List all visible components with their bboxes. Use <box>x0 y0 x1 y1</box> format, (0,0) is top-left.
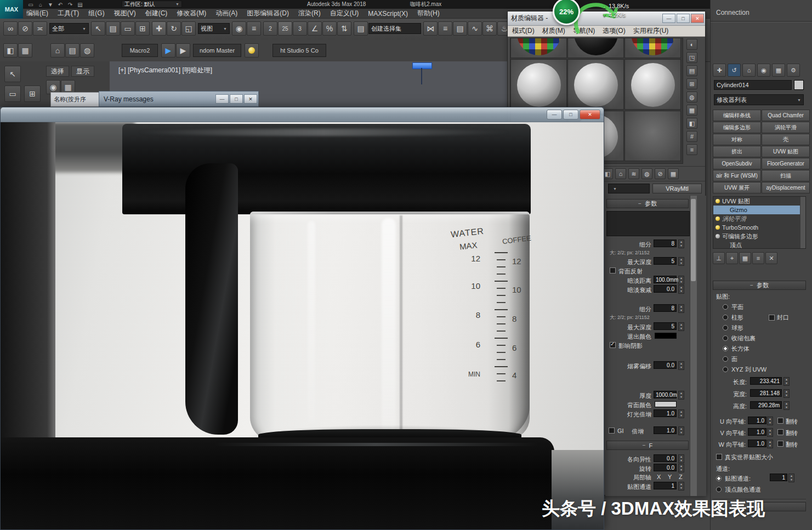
stack-item-turbosmooth[interactable]: TurboSmooth <box>713 223 800 232</box>
modbtn-turbosmooth-cn[interactable]: 涡轮平滑 <box>762 122 810 133</box>
modbtn-extrude[interactable]: 挤出 <box>713 146 761 157</box>
affect-shadows-checkbox[interactable] <box>610 342 616 348</box>
params-scrollbar-thumb[interactable] <box>691 199 696 281</box>
modifier-on-icon[interactable] <box>716 216 720 221</box>
radio-face-label[interactable]: 面 <box>731 355 737 363</box>
select-manipulate-icon[interactable]: ≡ <box>247 21 261 36</box>
sphere-icon[interactable]: ◍ <box>80 43 94 58</box>
modbtn-vraydisplacement[interactable]: ayDisplacement <box>762 182 810 193</box>
modbtn-opensubdiv[interactable]: OpenSubdiv <box>713 158 761 169</box>
u-flip-checkbox[interactable] <box>777 418 783 424</box>
axis-x[interactable]: X <box>657 474 661 480</box>
video-color-check-icon[interactable]: ◍ <box>686 92 697 102</box>
layer-manager-icon[interactable]: ▤ <box>453 21 467 36</box>
max-depth-spinner[interactable] <box>678 257 684 266</box>
thickness-spinner[interactable] <box>678 391 684 400</box>
back-color-swatch[interactable] <box>655 401 677 407</box>
radio-shrink-wrap[interactable] <box>723 335 728 341</box>
play-icon[interactable]: ▶ <box>176 43 190 58</box>
height-value[interactable]: 290.28m <box>750 401 782 409</box>
modifier-on-icon[interactable] <box>716 199 720 203</box>
radio-cylindrical[interactable] <box>723 315 728 320</box>
list-icon[interactable]: ▤ <box>65 43 80 58</box>
fog-bias-spinner[interactable] <box>678 361 684 370</box>
stack-item-vertex[interactable]: 顶点 <box>713 241 800 249</box>
rotate-icon[interactable]: ↻ <box>167 21 181 36</box>
vray-close-button[interactable]: ✕ <box>244 94 257 104</box>
width-spinner[interactable] <box>783 389 790 398</box>
light-mult-value[interactable]: 1.0 <box>654 409 677 417</box>
thickness-value[interactable]: 1000.0m <box>654 391 677 398</box>
radio-map-channel[interactable] <box>716 476 722 481</box>
scene-icon[interactable]: ⌂ <box>50 43 65 58</box>
material-slot[interactable] <box>510 59 567 110</box>
radio-cylindrical-label[interactable]: 柱形 <box>731 314 743 322</box>
project-icon[interactable]: ▤ <box>76 1 84 8</box>
anisotropy-value[interactable]: 0.0 <box>654 454 677 462</box>
menu-modes[interactable]: 模式(D) <box>512 26 535 36</box>
radio-xyz-to-uvw-label[interactable]: XYZ 到 UVW <box>731 366 766 374</box>
menu-tools[interactable]: 工具(T) <box>58 9 79 18</box>
edit-named-selection-icon[interactable]: ▤ <box>354 21 368 36</box>
radio-box[interactable] <box>723 346 728 351</box>
macro2-button[interactable]: Macro2 <box>122 44 158 57</box>
params-rollout[interactable]: 参数 <box>606 199 689 208</box>
tiling-icon[interactable]: ⊞ <box>686 78 697 89</box>
modify-tab-icon[interactable]: ↺ <box>728 64 741 77</box>
menu-help[interactable]: 帮助(H) <box>417 9 440 18</box>
material-slot[interactable] <box>624 38 681 58</box>
render-close-button[interactable]: ✕ <box>580 110 600 119</box>
pick-material-icon[interactable]: ▦ <box>668 168 679 179</box>
menu-create[interactable]: 创建(C) <box>145 9 168 18</box>
object-name-field[interactable] <box>714 80 792 90</box>
scale-icon[interactable]: ◱ <box>181 21 196 36</box>
show-end-result-icon[interactable]: ⌂ <box>615 168 626 179</box>
radio-spherical-label[interactable]: 球形 <box>731 324 743 332</box>
material-type-button[interactable]: VRayMtl <box>652 184 702 193</box>
uvw-params-rollout[interactable]: 参数 <box>713 281 806 290</box>
modbtn-quad-chamfer[interactable]: Quad Chamfer <box>762 110 810 121</box>
u-tile-spinner[interactable] <box>767 417 773 425</box>
move-icon[interactable]: ✚ <box>152 21 166 36</box>
exit-color-swatch[interactable] <box>655 333 677 339</box>
back-reflect-checkbox[interactable] <box>610 267 616 273</box>
schematic-node[interactable] <box>412 62 432 69</box>
axis-z[interactable]: Z <box>679 474 683 480</box>
stack-item-editable-poly[interactable]: 可编辑多边形 <box>713 232 800 241</box>
vertex-color-label[interactable]: 顶点颜色通道 <box>725 486 761 494</box>
modbtn-edit-spline[interactable]: 编辑样条线 <box>713 110 761 121</box>
light-bulb-icon[interactable] <box>245 43 259 58</box>
display-panel-icon[interactable]: ↖ <box>4 66 21 82</box>
backlight-icon[interactable]: ◳ <box>686 52 697 63</box>
pin-stack-icon[interactable]: ⊥ <box>713 252 725 264</box>
map-channel-spinner[interactable] <box>788 474 794 482</box>
dim-falloff-spinner[interactable] <box>678 285 684 294</box>
refr-depth-value[interactable]: 5 <box>654 322 677 330</box>
menu-utilities[interactable]: 实用程序(U) <box>633 26 669 36</box>
material-name-dropdown[interactable] <box>608 184 650 193</box>
undo-icon[interactable]: ↶ <box>56 1 65 8</box>
use-center-icon[interactable]: ◉ <box>232 21 246 36</box>
menu-views[interactable]: 视图(V) <box>114 9 136 18</box>
menu-maxscript[interactable]: MAXScript(X) <box>368 10 408 18</box>
unlink-icon[interactable]: ⊘ <box>18 21 32 36</box>
material-slot[interactable] <box>624 111 681 161</box>
w-tile-value[interactable]: 1.0 <box>748 440 766 447</box>
v-tile-value[interactable]: 1.0 <box>748 428 766 436</box>
modbtn-sweep[interactable]: 扫描 <box>762 170 810 181</box>
play-blue-icon[interactable]: ▶ <box>161 43 175 58</box>
menu-animation[interactable]: 动画(A) <box>215 9 237 18</box>
tab-select[interactable]: 选择 <box>46 66 69 77</box>
make-unique-icon[interactable]: ▦ <box>739 252 751 264</box>
map-channel-value[interactable]: 1 <box>654 482 677 489</box>
v-flip-checkbox[interactable] <box>777 429 783 435</box>
material-slot[interactable] <box>567 38 624 58</box>
w-flip-checkbox[interactable] <box>777 441 783 447</box>
background-icon[interactable]: ▤ <box>686 65 697 76</box>
utilities-tab-icon[interactable]: ⚙ <box>787 64 800 77</box>
rotation-value[interactable]: 0.0 <box>654 464 677 471</box>
modbtn-shell[interactable]: 壳 <box>762 134 810 145</box>
configure-stack-icon[interactable]: ≡ <box>752 252 764 264</box>
length-spinner[interactable] <box>783 377 790 386</box>
modbtn-unwrap-uvw[interactable]: UVW 展开 <box>713 182 761 193</box>
